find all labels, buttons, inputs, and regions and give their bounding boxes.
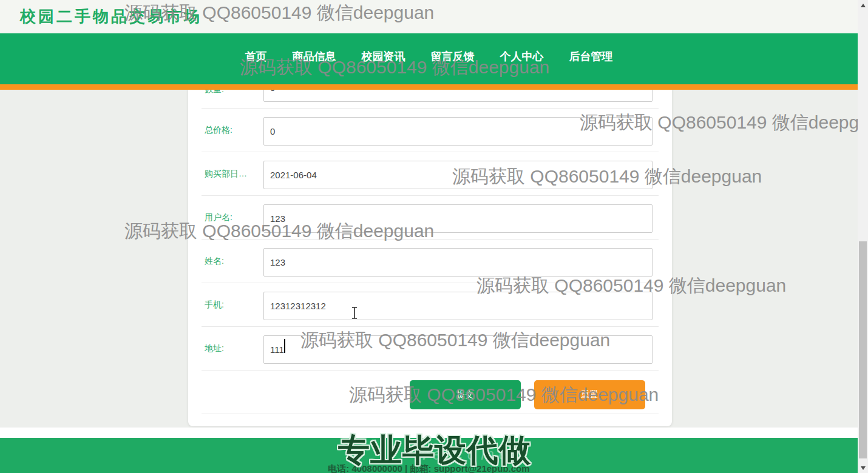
footer-contact: 电话: 4008000000 | 邮箱: support@21epub.com	[0, 463, 858, 473]
form-row-address: 地址:	[202, 327, 659, 371]
site-header: 校园二手物品交易市场	[0, 0, 858, 33]
site-title[interactable]: 校园二手物品交易市场	[20, 6, 202, 27]
page-footer: welcome 电话: 4008000000 | 邮箱: support@21e…	[0, 438, 858, 473]
scrollbar-down-arrow[interactable]	[858, 463, 868, 473]
purchase-date-input[interactable]	[263, 161, 653, 189]
form-row-username: 用户名:	[202, 196, 659, 240]
form-actions-row: 提交 重置	[202, 371, 659, 414]
page-gap	[0, 428, 858, 438]
form-card: 数量: 总价格: 购买部日… 用户名: 姓名: 手机: 地址: 提交	[188, 65, 672, 426]
accent-stripe	[0, 84, 858, 90]
scrollbar[interactable]	[858, 0, 868, 473]
name-input[interactable]	[263, 248, 653, 277]
nav-item-feedback[interactable]: 留言反馈	[431, 49, 475, 64]
total-price-input[interactable]	[263, 117, 653, 146]
nav-item-news[interactable]: 校园资讯	[362, 49, 405, 64]
nav-item-profile[interactable]: 个人中心	[500, 49, 544, 64]
field-label-total-price: 总价格:	[205, 125, 232, 136]
phone-input[interactable]	[263, 292, 653, 320]
field-label-address: 地址:	[205, 343, 224, 354]
form-row-purchase-date: 购买部日…	[202, 152, 659, 196]
field-label-phone: 手机:	[205, 300, 224, 310]
down-arrow-icon	[861, 466, 866, 470]
scrollbar-thumb[interactable]	[859, 241, 867, 458]
footer-welcome-text: welcome	[416, 445, 513, 464]
main-nav: 首页 商品信息 校园资讯 留言反馈 个人中心 后台管理	[0, 33, 858, 84]
form-row-name: 姓名:	[202, 240, 659, 283]
nav-item-admin[interactable]: 后台管理	[569, 49, 613, 64]
up-arrow-icon	[861, 4, 866, 7]
scrollbar-up-arrow[interactable]	[858, 0, 868, 10]
field-label-purchase-date: 购买部日…	[205, 169, 247, 179]
form-row-phone: 手机:	[202, 283, 659, 327]
address-input[interactable]	[263, 335, 653, 364]
submit-button[interactable]: 提交	[410, 380, 521, 409]
nav-item-products[interactable]: 商品信息	[293, 49, 336, 64]
text-caret	[284, 339, 285, 353]
field-label-name: 姓名:	[205, 256, 224, 267]
reset-button[interactable]: 重置	[534, 380, 645, 409]
page: 校园二手物品交易市场 首页 商品信息 校园资讯 留言反馈 个人中心 后台管理 数…	[0, 0, 868, 473]
form-row-total-price: 总价格:	[202, 109, 659, 152]
nav-item-home[interactable]: 首页	[245, 49, 267, 64]
username-input[interactable]	[263, 204, 653, 233]
field-label-username: 用户名:	[205, 212, 232, 223]
